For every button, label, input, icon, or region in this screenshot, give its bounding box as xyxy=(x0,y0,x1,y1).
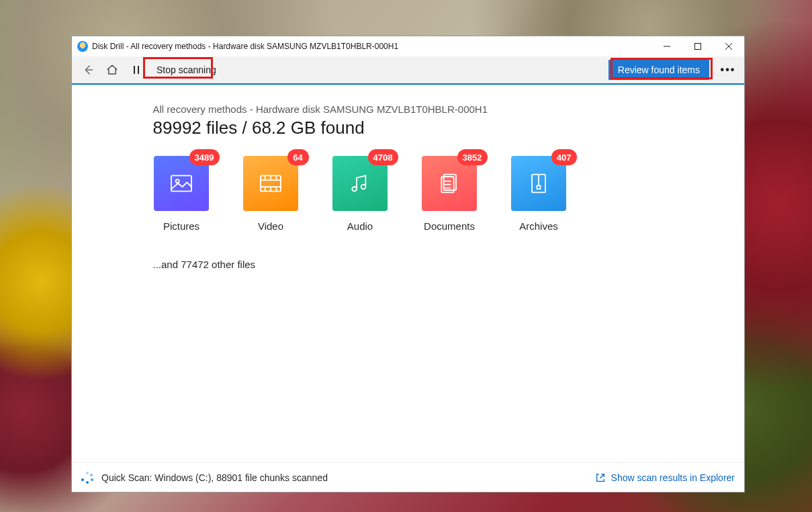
window-controls xyxy=(651,36,744,56)
spinner-icon xyxy=(81,472,93,484)
category-row: 3489 Pictures 64 xyxy=(153,156,664,232)
minimize-icon xyxy=(664,43,670,50)
category-archives[interactable]: 407 Archives xyxy=(510,156,568,232)
open-external-icon xyxy=(595,472,606,483)
pause-icon xyxy=(130,64,142,76)
review-found-items-label: Review found items xyxy=(618,65,700,75)
svg-rect-26 xyxy=(537,185,541,189)
badge-pictures: 3489 xyxy=(189,149,220,165)
arrow-left-icon xyxy=(82,64,94,76)
svg-point-7 xyxy=(176,179,179,183)
category-label: Pictures xyxy=(163,220,199,232)
home-icon xyxy=(106,64,118,76)
category-label: Archives xyxy=(519,220,558,232)
category-label: Video xyxy=(258,220,283,232)
window-title: Disk Drill - All recovery methods - Hard… xyxy=(92,42,651,51)
svg-point-18 xyxy=(361,185,366,189)
app-window: Disk Drill - All recovery methods - Hard… xyxy=(71,36,745,493)
badge-video: 64 xyxy=(287,149,309,165)
maximize-icon xyxy=(694,43,701,50)
status-text: Quick Scan: Windows (C:), 88901 file chu… xyxy=(101,472,328,483)
scan-summary: 89992 files / 68.2 GB found xyxy=(153,118,664,138)
document-icon xyxy=(436,170,463,197)
badge-documents: 3852 xyxy=(457,149,488,165)
breadcrumb: All recovery methods - Hardware disk SAM… xyxy=(153,103,664,115)
video-icon xyxy=(257,170,284,197)
close-icon xyxy=(725,43,732,50)
other-files-text: ...and 77472 other files xyxy=(153,259,664,270)
archive-icon xyxy=(525,170,552,197)
music-icon xyxy=(347,170,373,197)
minimize-button[interactable] xyxy=(651,36,682,56)
category-pictures[interactable]: 3489 Pictures xyxy=(153,156,210,232)
category-video[interactable]: 64 Video xyxy=(242,156,300,232)
tile-video xyxy=(243,156,298,211)
review-found-items-button[interactable]: Review found items xyxy=(608,60,709,80)
back-button[interactable] xyxy=(77,59,99,81)
app-icon xyxy=(77,41,88,52)
pause-button[interactable] xyxy=(126,59,147,81)
ellipsis-icon: ••• xyxy=(721,64,736,76)
maximize-button[interactable] xyxy=(682,36,713,56)
stop-scanning-button[interactable]: Stop scanning xyxy=(150,59,223,81)
close-button[interactable] xyxy=(713,36,744,56)
content-area: All recovery methods - Hardware disk SAM… xyxy=(72,85,744,462)
badge-archives: 407 xyxy=(551,149,577,165)
more-menu-button[interactable]: ••• xyxy=(717,59,739,81)
category-documents[interactable]: 3852 Documents xyxy=(421,156,478,232)
statusbar: Quick Scan: Windows (C:), 88901 file chu… xyxy=(72,462,744,492)
show-in-explorer-label: Show scan results in Explorer xyxy=(611,472,735,483)
stop-scanning-label: Stop scanning xyxy=(156,65,216,75)
picture-icon xyxy=(168,170,195,197)
svg-point-17 xyxy=(352,187,357,191)
show-in-explorer-link[interactable]: Show scan results in Explorer xyxy=(595,472,735,483)
home-button[interactable] xyxy=(101,59,123,81)
category-label: Documents xyxy=(424,220,475,232)
category-label: Audio xyxy=(347,220,373,232)
titlebar: Disk Drill - All recovery methods - Hard… xyxy=(72,36,744,56)
svg-rect-1 xyxy=(695,44,701,50)
badge-audio: 4708 xyxy=(368,149,398,165)
category-audio[interactable]: 4708 Audio xyxy=(332,156,389,232)
toolbar: Stop scanning Review found items ••• xyxy=(72,56,744,85)
